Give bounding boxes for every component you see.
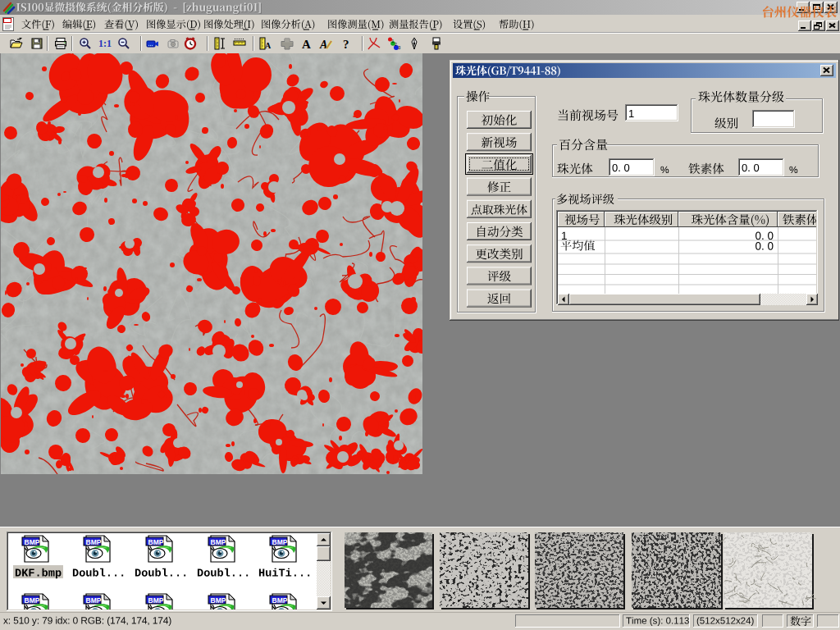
svg-text:BMP: BMP — [25, 538, 40, 546]
svg-text:BMP: BMP — [25, 596, 40, 605]
svg-text:3: 3 — [399, 45, 401, 50]
svg-text:BMP: BMP — [272, 538, 288, 546]
svg-text:BMP: BMP — [211, 596, 226, 605]
svg-text:BMP: BMP — [86, 538, 102, 546]
svg-text:A: A — [302, 38, 311, 51]
svg-text:BMP: BMP — [86, 596, 102, 605]
svg-text:1:1: 1:1 — [98, 38, 112, 49]
svg-text:2: 2 — [395, 42, 397, 47]
svg-text:BMP: BMP — [272, 596, 288, 605]
svg-text:BMP: BMP — [148, 596, 164, 605]
svg-text:BMP: BMP — [211, 538, 226, 546]
svg-text:A: A — [319, 39, 327, 51]
svg-text:BMP: BMP — [148, 538, 164, 546]
svg-text:?: ? — [343, 38, 349, 51]
svg-text:A: A — [265, 41, 272, 50]
